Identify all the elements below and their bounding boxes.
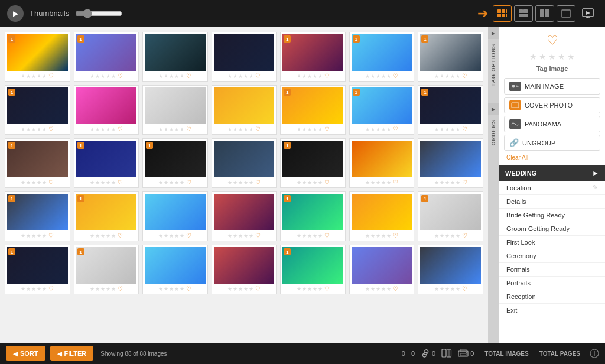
star-icon[interactable]: ★ [111, 126, 116, 132]
menu-item-bride-getting-ready[interactable]: Bride Getting Ready [499, 209, 605, 222]
star-icon[interactable]: ★ [100, 286, 105, 292]
star-icon[interactable]: ★ [180, 286, 184, 292]
table-row[interactable]: 1★★★★★♡ [5, 85, 70, 135]
star-icon[interactable]: ★ [313, 73, 317, 79]
star-4[interactable]: ★ [558, 52, 565, 61]
star-icon[interactable]: ★ [440, 286, 444, 292]
star-icon[interactable]: ★ [227, 233, 232, 239]
star-icon[interactable]: ★ [445, 180, 450, 186]
star-icon[interactable]: ★ [313, 180, 317, 186]
table-row[interactable]: ★★★★★♡ [142, 245, 208, 294]
menu-item-reception[interactable]: Reception [499, 290, 605, 304]
star-icon[interactable]: ★ [249, 233, 253, 239]
star-icon[interactable]: ★ [386, 73, 391, 79]
star-icon[interactable]: ★ [307, 286, 312, 292]
star-icon[interactable]: ★ [111, 180, 116, 186]
star-icon[interactable]: ★ [42, 233, 47, 239]
table-row[interactable]: ★★★★★♡ [74, 85, 139, 135]
star-icon[interactable]: ★ [233, 286, 238, 292]
star-icon[interactable]: ★ [440, 233, 444, 239]
star-icon[interactable]: ★ [21, 233, 25, 239]
heart-icon[interactable]: ♡ [255, 73, 261, 79]
star-icon[interactable]: ★ [297, 180, 301, 186]
filter-button[interactable]: ◀ FILTER [50, 346, 94, 361]
star-icon[interactable]: ★ [297, 233, 301, 239]
heart-icon[interactable]: ♡ [255, 285, 261, 292]
menu-item-portraits[interactable]: Portraits [499, 277, 605, 290]
table-row[interactable]: ★★★★★♡ [349, 138, 415, 188]
star-icon[interactable]: ★ [26, 286, 31, 292]
heart-icon[interactable]: ♡ [48, 232, 54, 239]
heart-icon[interactable]: ♡ [118, 285, 123, 292]
star-icon[interactable]: ★ [158, 286, 163, 292]
star-icon[interactable]: ★ [106, 126, 110, 132]
star-icon[interactable]: ★ [164, 126, 168, 132]
heart-icon[interactable]: ♡ [324, 126, 330, 132]
star-icon[interactable]: ★ [37, 126, 41, 132]
table-row[interactable]: ★★★★★♡ [349, 191, 415, 241]
heart-icon[interactable]: ♡ [255, 126, 261, 132]
star-icon[interactable]: ★ [164, 286, 168, 292]
table-row[interactable]: 1★★★★★♡ [5, 245, 70, 294]
menu-item-groom-getting-ready[interactable]: Groom Getting Ready [499, 222, 605, 236]
table-row[interactable]: 1★★★★★♡ [280, 138, 346, 188]
star-icon[interactable]: ★ [365, 73, 370, 79]
fullscreen-view-button[interactable] [557, 5, 575, 22]
star-3[interactable]: ★ [548, 52, 556, 61]
star-icon[interactable]: ★ [370, 286, 375, 292]
star-icon[interactable]: ★ [180, 180, 184, 186]
heart-icon[interactable]: ♡ [186, 126, 191, 132]
grid-view-button[interactable] [493, 5, 512, 22]
star-icon[interactable]: ★ [243, 126, 248, 132]
star-icon[interactable]: ★ [169, 233, 174, 239]
star-icon[interactable]: ★ [37, 233, 41, 239]
orders-collapse[interactable]: ► [488, 103, 499, 115]
heart-icon[interactable]: ♡ [324, 73, 330, 79]
heart-icon[interactable]: ♡ [255, 179, 261, 186]
star-icon[interactable]: ★ [37, 73, 41, 79]
star-icon[interactable]: ★ [42, 286, 47, 292]
star-icon[interactable]: ★ [31, 233, 36, 239]
star-icon[interactable]: ★ [227, 180, 232, 186]
star-icon[interactable]: ★ [243, 180, 248, 186]
star-icon[interactable]: ★ [445, 286, 450, 292]
star-icon[interactable]: ★ [302, 286, 307, 292]
table-row[interactable]: 1★★★★★♡ [74, 32, 139, 82]
clear-all-button[interactable]: Clear All [499, 152, 605, 163]
star-icon[interactable]: ★ [238, 180, 243, 186]
table-row[interactable]: ★★★★★♡ [212, 245, 277, 294]
star-icon[interactable]: ★ [21, 126, 25, 132]
star-icon[interactable]: ★ [365, 126, 370, 132]
star-icon[interactable]: ★ [456, 233, 460, 239]
heart-icon[interactable]: ♡ [324, 285, 330, 292]
tag-options-collapse[interactable]: ► [488, 27, 499, 39]
star-icon[interactable]: ★ [90, 126, 95, 132]
star-icon[interactable]: ★ [100, 233, 105, 239]
table-row[interactable]: 1★★★★★♡ [280, 85, 346, 135]
heart-icon[interactable]: ♡ [186, 179, 191, 186]
heart-icon[interactable]: ♡ [393, 126, 398, 132]
menu-item-formals[interactable]: Formals [499, 263, 605, 277]
star-icon[interactable]: ★ [158, 233, 163, 239]
star-icon[interactable]: ★ [238, 73, 243, 79]
star-icon[interactable]: ★ [90, 233, 95, 239]
star-icon[interactable]: ★ [164, 180, 168, 186]
star-icon[interactable]: ★ [456, 126, 460, 132]
star-icon[interactable]: ★ [434, 233, 439, 239]
star-icon[interactable]: ★ [370, 126, 375, 132]
star-icon[interactable]: ★ [238, 126, 243, 132]
play-button[interactable]: ▶ [7, 5, 24, 22]
star-icon[interactable]: ★ [164, 233, 168, 239]
star-icon[interactable]: ★ [100, 73, 105, 79]
star-icon[interactable]: ★ [297, 126, 301, 132]
table-row[interactable]: ★★★★★♡ [349, 245, 415, 294]
table-row[interactable]: ★★★★★♡ [142, 85, 208, 135]
table-row[interactable]: ★★★★★♡ [418, 245, 483, 294]
star-icon[interactable]: ★ [169, 180, 174, 186]
heart-icon[interactable]: ♡ [118, 126, 123, 132]
heart-icon[interactable]: ♡ [118, 232, 123, 239]
star-icon[interactable]: ★ [249, 126, 253, 132]
star-icon[interactable]: ★ [233, 73, 238, 79]
star-icon[interactable]: ★ [318, 233, 323, 239]
heart-icon[interactable]: ♡ [462, 232, 467, 239]
